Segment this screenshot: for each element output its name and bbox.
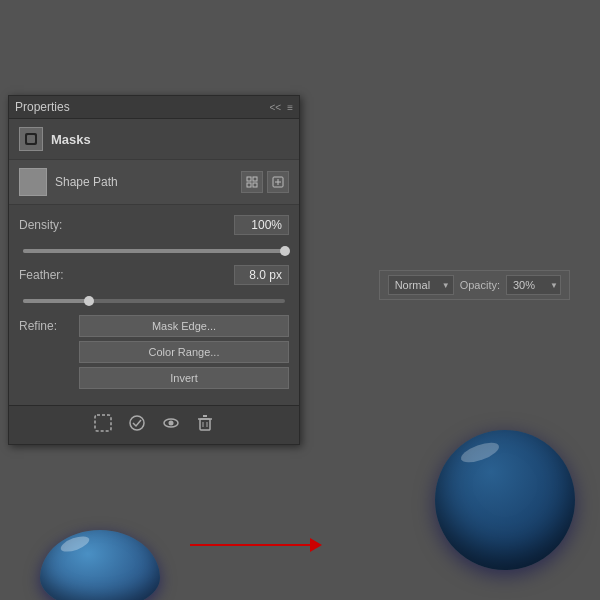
svg-rect-3 (253, 177, 257, 181)
blend-mode-select[interactable]: Normal Multiply Screen Overlay (388, 275, 454, 295)
feather-slider-track[interactable] (23, 299, 285, 303)
properties-content: Density: 100% Feather: 8.0 px Refine: Ma… (9, 205, 299, 405)
mask-icon (19, 127, 43, 151)
panel-titlebar: Properties << ≡ (9, 96, 299, 119)
svg-rect-1 (27, 135, 35, 143)
opacity-label: Opacity: (460, 279, 500, 291)
feather-slider-thumb[interactable] (84, 296, 94, 306)
shape-path-icons (241, 171, 289, 193)
density-slider-fill (23, 249, 285, 253)
feather-label: Feather: (19, 268, 79, 282)
shape-path-left: Shape Path (19, 168, 118, 196)
color-range-button[interactable]: Color Range... (79, 341, 289, 363)
panel-controls: << ≡ (269, 102, 293, 113)
density-value[interactable]: 100% (234, 215, 289, 235)
svg-rect-5 (253, 183, 257, 187)
refine-buttons: Mask Edge... Color Range... Invert (79, 315, 289, 389)
density-slider-track[interactable] (23, 249, 285, 253)
add-mask-icon[interactable] (94, 414, 112, 436)
blend-mode-select-wrapper: Normal Multiply Screen Overlay (388, 275, 454, 295)
svg-point-12 (169, 421, 174, 426)
opacity-select-wrapper: 30% 50% 100% (506, 275, 561, 295)
arrow (190, 538, 322, 552)
masks-title: Masks (51, 132, 91, 147)
blob-shape (40, 530, 160, 600)
properties-panel: Properties << ≡ Masks Shape Path (8, 95, 300, 445)
apply-mask-icon[interactable] (128, 414, 146, 436)
panel-bottom-toolbar (9, 405, 299, 444)
refine-label: Refine: (19, 315, 79, 333)
visibility-icon[interactable] (162, 414, 180, 436)
svg-rect-4 (247, 183, 251, 187)
shape-thumbnail (19, 168, 47, 196)
feather-slider-fill (23, 299, 89, 303)
masks-header: Masks (9, 119, 299, 160)
svg-rect-13 (200, 419, 210, 430)
feather-value[interactable]: 8.0 px (234, 265, 289, 285)
mask-edge-button[interactable]: Mask Edge... (79, 315, 289, 337)
refine-row: Refine: Mask Edge... Color Range... Inve… (19, 315, 289, 389)
panel-collapse-btn[interactable]: << (269, 102, 281, 113)
arrow-head (310, 538, 322, 552)
density-row: Density: 100% (19, 215, 289, 235)
svg-point-10 (130, 416, 144, 430)
circle-container (435, 430, 575, 570)
feather-row: Feather: 8.0 px (19, 265, 289, 285)
blob-visual (40, 530, 160, 600)
arrow-line (190, 544, 310, 546)
blue-circle (435, 430, 575, 570)
shape-path-row: Shape Path (9, 160, 299, 205)
density-slider-row (19, 249, 289, 253)
invert-button[interactable]: Invert (79, 367, 289, 389)
svg-rect-2 (247, 177, 251, 181)
delete-mask-icon[interactable] (196, 414, 214, 436)
feather-slider-row (19, 299, 289, 303)
shape-btn-1[interactable] (241, 171, 263, 193)
right-panel: Normal Multiply Screen Overlay Opacity: … (379, 270, 570, 308)
blend-mode-row: Normal Multiply Screen Overlay Opacity: … (379, 270, 570, 300)
opacity-select[interactable]: 30% 50% 100% (506, 275, 561, 295)
density-label: Density: (19, 218, 79, 232)
shape-path-label: Shape Path (55, 175, 118, 189)
density-slider-thumb[interactable] (280, 246, 290, 256)
panel-menu-btn[interactable]: ≡ (287, 102, 293, 113)
shape-btn-2[interactable] (267, 171, 289, 193)
svg-rect-9 (95, 415, 111, 431)
panel-title: Properties (15, 100, 70, 114)
